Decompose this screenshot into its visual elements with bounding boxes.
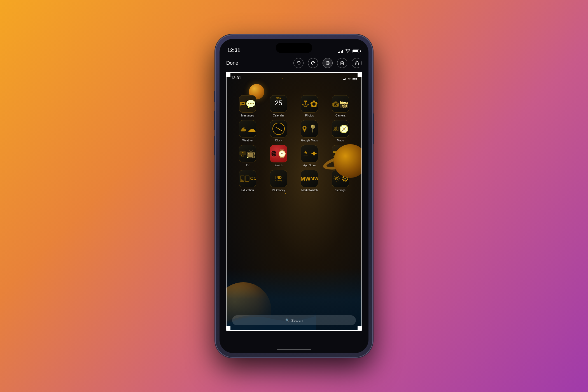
app-label-tv: TV bbox=[246, 164, 249, 167]
app-item-marketwatch[interactable]: MW MarketWatch bbox=[300, 170, 319, 192]
app-item-googlemaps[interactable]: Google Maps bbox=[300, 120, 319, 142]
app-item-appstore[interactable]: App Store bbox=[300, 145, 319, 167]
signal-bar-4 bbox=[342, 50, 343, 53]
wifi-icon bbox=[345, 49, 350, 53]
app-row-2: Weather bbox=[232, 120, 356, 142]
svg-point-28 bbox=[336, 178, 337, 179]
svg-point-8 bbox=[305, 103, 306, 105]
search-label: Search bbox=[291, 318, 303, 323]
hs-bar3 bbox=[345, 78, 346, 80]
app-item-maps[interactable]: Maps bbox=[331, 120, 350, 142]
svg-point-13 bbox=[304, 127, 305, 129]
phone-screen: 12:31 bbox=[220, 39, 368, 353]
photo-toolbar: Done bbox=[220, 55, 368, 71]
hs-time: 12:31 bbox=[231, 76, 241, 80]
status-time: 12:31 bbox=[227, 48, 240, 53]
power-button[interactable] bbox=[372, 113, 374, 144]
app-label-googlemaps: Google Maps bbox=[301, 139, 318, 142]
svg-point-5 bbox=[241, 103, 242, 104]
search-bar[interactable]: 🔍 Search bbox=[232, 315, 356, 325]
svg-point-6 bbox=[242, 103, 243, 104]
app-icon-watch bbox=[270, 145, 287, 162]
app-item-calendar[interactable]: MON 25 Calendar bbox=[269, 95, 288, 117]
crop-area: 12:31 bbox=[226, 72, 362, 331]
app-label-calendar: Calendar bbox=[273, 114, 284, 117]
app-icon-photos bbox=[301, 95, 318, 113]
outside-crop-bottom bbox=[223, 331, 365, 353]
app-icon-maps bbox=[332, 120, 349, 137]
indmoney-text: IND bbox=[276, 176, 282, 179]
app-label-photos: Photos bbox=[305, 114, 314, 117]
toolbar-icons bbox=[293, 58, 362, 68]
undo-button[interactable] bbox=[293, 58, 304, 68]
app-item-messages[interactable]: Messages bbox=[238, 95, 257, 117]
hs-signal-icon bbox=[343, 78, 346, 80]
app-label-clock: Clock bbox=[275, 139, 282, 142]
redo-button[interactable] bbox=[308, 58, 318, 68]
app-row-1: Messages MON 25 Calendar bbox=[232, 95, 356, 117]
app-item-photos[interactable]: Photos bbox=[300, 95, 319, 117]
app-icon-messages bbox=[239, 95, 256, 113]
app-row-4: Cc Education IND money bbox=[232, 170, 356, 192]
app-label-appstore: App Store bbox=[303, 164, 316, 167]
home-indicator bbox=[277, 349, 311, 350]
app-label-indmoney: INDmoney bbox=[272, 189, 285, 192]
app-label-messages: Messages bbox=[241, 114, 254, 117]
app-item-clock[interactable]: Clock bbox=[269, 120, 288, 142]
app-label-settings: Settings bbox=[335, 189, 346, 192]
app-icon-tv bbox=[239, 145, 256, 162]
hs-wifi-icon bbox=[347, 78, 351, 80]
crop-handle-br[interactable] bbox=[358, 326, 362, 330]
dynamic-island bbox=[276, 43, 312, 53]
marketwatch-text: MW bbox=[301, 176, 311, 182]
app-label-maps: Maps bbox=[337, 139, 344, 142]
crop-handle-tr[interactable] bbox=[358, 72, 362, 77]
app-grid: Messages MON 25 Calendar bbox=[227, 95, 361, 195]
hs-bar2 bbox=[344, 79, 345, 80]
battery-icon bbox=[353, 50, 361, 53]
app-icon-indmoney: IND money bbox=[270, 170, 287, 187]
app-item-weather[interactable]: Weather bbox=[238, 120, 257, 142]
svg-point-11 bbox=[335, 104, 336, 105]
app-icon-weather bbox=[239, 120, 256, 137]
calendar-date: 25 bbox=[275, 99, 282, 107]
svg-rect-25 bbox=[245, 176, 249, 181]
hs-battery-icon bbox=[352, 78, 357, 80]
svg-point-7 bbox=[243, 103, 244, 104]
signal-bar-1 bbox=[338, 52, 339, 53]
trash-button[interactable] bbox=[337, 58, 347, 68]
app-label-education: Education bbox=[241, 189, 254, 192]
crop-handle-tl[interactable] bbox=[226, 72, 230, 77]
app-label-weather: Weather bbox=[242, 139, 253, 142]
app-icon-camera bbox=[332, 95, 349, 113]
app-item-watch[interactable]: Watch bbox=[269, 145, 288, 167]
app-item-tv[interactable]: TV bbox=[238, 145, 257, 167]
app-icon-appstore bbox=[301, 145, 318, 162]
svg-point-2 bbox=[327, 63, 328, 63]
app-item-education[interactable]: Cc Education bbox=[238, 170, 257, 192]
app-item-camera[interactable]: Camera bbox=[331, 95, 350, 117]
app-label-watch: Watch bbox=[275, 164, 283, 167]
app-icon-googlemaps bbox=[301, 120, 318, 137]
done-button[interactable]: Done bbox=[226, 60, 238, 66]
svg-point-12 bbox=[337, 103, 338, 104]
share-button[interactable] bbox=[352, 58, 362, 68]
phone-mockup: 12:31 bbox=[216, 35, 372, 357]
hs-bar1 bbox=[343, 79, 344, 80]
app-item-indmoney[interactable]: IND money INDmoney bbox=[269, 170, 288, 192]
search-icon: 🔍 bbox=[285, 318, 290, 322]
star-dot bbox=[266, 87, 266, 87]
signal-bar-3 bbox=[341, 51, 342, 53]
app-icon-marketwatch: MW bbox=[301, 170, 318, 187]
signal-bars-icon bbox=[338, 49, 343, 53]
hs-status-icons bbox=[343, 78, 357, 80]
app-label-marketwatch: MarketWatch bbox=[301, 189, 318, 192]
markup-button[interactable] bbox=[323, 58, 333, 68]
app-icon-calendar: MON 25 bbox=[270, 95, 287, 113]
signal-bar-2 bbox=[339, 52, 340, 53]
status-icons bbox=[338, 49, 361, 53]
hs-bar4 bbox=[346, 78, 346, 80]
app-icon-clock bbox=[270, 120, 287, 137]
crop-handle-bl[interactable] bbox=[226, 326, 230, 330]
app-icon-education: Cc bbox=[239, 170, 256, 187]
